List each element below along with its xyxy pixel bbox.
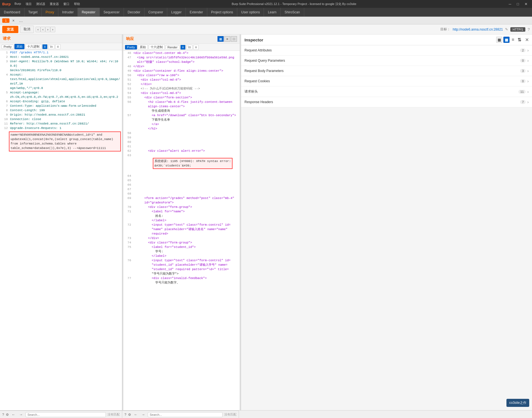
- request-bottom-bar: ? ⚙ ← → 没有匹配: [0, 410, 122, 418]
- req-settings-icon[interactable]: ⚙: [6, 413, 9, 417]
- code-line: 学号:: [123, 249, 240, 254]
- repeater-tab-more[interactable]: …: [17, 18, 24, 23]
- inspector-close-icon[interactable]: ✕: [525, 37, 529, 43]
- cancel-button[interactable]: 取消: [20, 26, 34, 33]
- code-line: 53 <!-- 为什么不试试神奇的万能密码呢 -->: [123, 86, 240, 91]
- repeater-tab-1[interactable]: 1: [2, 18, 9, 23]
- tab-target[interactable]: Target: [24, 8, 42, 17]
- code-line: zh-CN,zh;q=0.8,zh-TW;q=0.7,zh-HK;q=0.5,e…: [0, 95, 122, 99]
- menu-window[interactable]: 窗口: [62, 1, 71, 7]
- resp-settings-icon[interactable]: ⚙: [128, 413, 131, 417]
- tab-dashboard[interactable]: Dashboard: [0, 8, 24, 17]
- inspector-bottom-spacer: [239, 410, 532, 418]
- inspector-count-response-headers: 7: [520, 100, 526, 104]
- code-line: 姓名:: [123, 214, 240, 218]
- tab-proxy[interactable]: Proxy: [42, 8, 58, 17]
- inspector-arrow-query-params: ›: [527, 58, 529, 63]
- resp-icon-newline[interactable]: \n: [186, 45, 193, 50]
- code-line: 学生成绩查询: [123, 109, 240, 113]
- req-icon-newline[interactable]: \n: [48, 44, 54, 49]
- resp-icon-wrap[interactable]: ≡: [180, 45, 186, 50]
- edit-target-icon[interactable]: ✎: [505, 27, 508, 31]
- req-fmt-raw[interactable]: 原始: [14, 44, 24, 49]
- minimize-button[interactable]: ─: [506, 1, 513, 7]
- nav-forward-button[interactable]: ›: [45, 27, 50, 32]
- repeater-tab-close[interactable]: ×: [11, 18, 16, 23]
- view-list-icon[interactable]: ≡: [224, 36, 230, 42]
- code-line: 5 Accept-Language:: [0, 90, 122, 95]
- inspector-filter-icon[interactable]: ⇅: [516, 37, 522, 43]
- menu-repeater[interactable]: 重发器: [48, 1, 61, 7]
- tab-logger[interactable]: Logger: [167, 8, 186, 17]
- send-button[interactable]: 发送: [2, 26, 18, 33]
- code-line: 54 <div class="col-md-6">: [123, 91, 240, 95]
- resp-search-back[interactable]: ←: [133, 412, 139, 417]
- help-icon[interactable]: ?: [528, 27, 530, 32]
- request-body-text: name=%E8%96%9B%E6%A2%93%E6%BC%AB&student…: [11, 133, 119, 150]
- inspector-label-body-params: Request Body Parameters: [244, 69, 284, 73]
- inspector-arrow-request-attributes: ›: [527, 48, 529, 53]
- req-fmt-pretty[interactable]: Pretty: [2, 44, 14, 49]
- resp-search-forward[interactable]: →: [140, 412, 146, 417]
- inspector-row-request-headers[interactable]: 请求标头 11 ›: [241, 86, 532, 97]
- tab-sequencer[interactable]: Sequencer: [100, 8, 124, 17]
- req-fmt-hex[interactable]: 十六进制: [25, 44, 41, 49]
- code-line: 64: [123, 174, 240, 178]
- resp-fmt-hex[interactable]: 十六进制: [149, 44, 165, 50]
- req-help-icon[interactable]: ?: [2, 413, 4, 417]
- inspector-arrow-body-params: ›: [527, 69, 529, 73]
- code-line: "student_id" required pattern="\d+" titl…: [123, 267, 240, 272]
- view-split-icon[interactable]: ▦: [218, 36, 224, 42]
- nav-back2-button[interactable]: ‹: [41, 27, 46, 32]
- menu-project[interactable]: 项目: [24, 1, 33, 7]
- menu-burp[interactable]: Burp: [13, 1, 23, 7]
- req-search-forward[interactable]: →: [18, 412, 24, 417]
- inspector-grid-view[interactable]: ▦: [496, 37, 502, 43]
- resp-help-icon[interactable]: ?: [124, 413, 126, 417]
- req-search-back[interactable]: ←: [11, 412, 16, 417]
- nav-tabbar: Dashboard Target Proxy Intruder Repeater…: [0, 8, 532, 17]
- tab-decoder[interactable]: Decoder: [124, 8, 144, 17]
- inspector-row-cookies[interactable]: Request Cookies 0 ›: [241, 76, 532, 86]
- resp-fmt-raw[interactable]: 原始: [138, 44, 148, 50]
- inspector-row-query-params[interactable]: Request Query Parameters 0 ›: [241, 56, 532, 66]
- inspector-label-query-params: Request Query Parameters: [244, 59, 285, 63]
- tab-repeater[interactable]: Repeater: [78, 8, 99, 17]
- req-icon-wrap[interactable]: ≡: [42, 44, 48, 49]
- view-single-icon[interactable]: □: [231, 36, 237, 42]
- inspector-row-body-params[interactable]: Request Body Parameters 3 ›: [241, 66, 532, 76]
- req-icon-list[interactable]: ≡: [55, 44, 61, 49]
- inspector-right-cookies: 0 ›: [520, 79, 529, 83]
- resp-fmt-pretty[interactable]: Pretty: [125, 45, 137, 49]
- code-line: </a>: [123, 122, 240, 126]
- maximize-button[interactable]: □: [514, 1, 521, 7]
- response-code-area[interactable]: 46 <div class="text-center mb-4"> 47 <im…: [123, 51, 240, 410]
- request-code-area[interactable]: 1 POST /grades HTTP/1.1 2 Host: node6.an…: [0, 50, 122, 410]
- request-search-input[interactable]: [26, 412, 106, 417]
- tab-comparer[interactable]: Comparer: [144, 8, 167, 17]
- resp-fmt-render[interactable]: Render: [166, 45, 179, 49]
- tab-extender[interactable]: Extender: [186, 8, 207, 17]
- response-search-input[interactable]: [148, 412, 223, 417]
- nav-back-button[interactable]: ‹: [36, 27, 41, 32]
- inspector-row-response-headers[interactable]: Response Headers 7 ›: [241, 97, 532, 107]
- inspector-row-request-attributes[interactable]: Request Attributes 2 ›: [241, 45, 532, 56]
- resp-icon-list[interactable]: ≡: [193, 45, 199, 50]
- nav-forward2-button[interactable]: ›: [50, 27, 55, 32]
- response-no-match: 没有匹配: [224, 412, 236, 417]
- request-body-highlight: name=%E8%96%9B%E6%A2%93%E6%BC%AB&student…: [9, 131, 121, 151]
- code-line: 52 </div>: [123, 82, 240, 86]
- tab-learn[interactable]: Learn: [264, 8, 281, 17]
- tab-intruder[interactable]: Intruder: [58, 8, 78, 17]
- menu-tester[interactable]: 测试器: [34, 1, 47, 7]
- close-button[interactable]: ✕: [522, 1, 530, 7]
- tab-project-options[interactable]: Project options: [207, 8, 237, 17]
- inspector-sort-icon[interactable]: ≡: [511, 37, 515, 42]
- tab-user-options[interactable]: User options: [237, 8, 264, 17]
- request-no-match: 没有匹配: [108, 412, 120, 417]
- menu-help[interactable]: 帮助: [72, 1, 82, 7]
- inspector-list-view[interactable]: ▦: [503, 37, 509, 43]
- tab-shiroscan[interactable]: ShiroScan: [281, 8, 304, 17]
- inspector-arrow-response-headers: ›: [527, 100, 529, 104]
- response-panel: 响应 ▦ ≡ □ Pretty 原始 十六进制 Render ≡ \n ≡ 46…: [123, 34, 240, 410]
